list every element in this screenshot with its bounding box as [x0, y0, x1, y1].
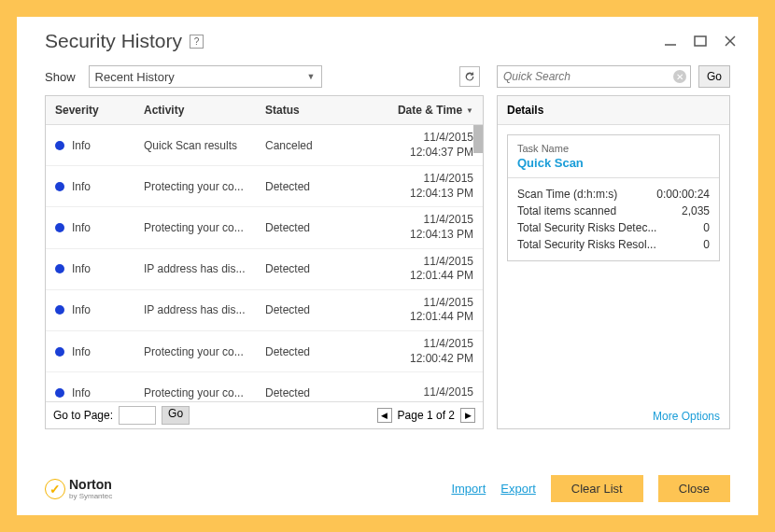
goto-page-button[interactable]: Go — [162, 406, 190, 425]
status-value: Detected — [265, 221, 345, 234]
clear-search-icon[interactable]: ✕ — [673, 70, 686, 83]
datetime-value: 11/4/201512:01:44 PM — [345, 255, 473, 284]
table-row[interactable]: InfoProtecting your co...Detected11/4/20… — [46, 372, 483, 401]
datetime-value: 11/4/2015 — [345, 385, 473, 400]
norton-checkmark-icon: ✓ — [45, 479, 65, 499]
task-name-label: Task Name — [517, 143, 710, 154]
footer: ✓ Norton by Symantec Import Export Clear… — [17, 466, 758, 515]
datetime-value: 11/4/201512:04:13 PM — [345, 172, 473, 201]
status-value: Detected — [265, 303, 345, 316]
goto-page-input[interactable] — [119, 406, 156, 425]
severity-value: Info — [72, 180, 91, 193]
stat-label: Total Security Risks Detec... — [517, 221, 656, 234]
details-panel: Details Task Name Quick Scan Scan Time (… — [497, 95, 730, 429]
activity-value: Quick Scan results — [144, 139, 265, 152]
table-row[interactable]: InfoIP address has dis...Detected11/4/20… — [46, 249, 483, 290]
severity-value: Info — [72, 386, 91, 399]
status-value: Detected — [265, 386, 345, 399]
maximize-button[interactable] — [691, 32, 710, 50]
datetime-value: 11/4/201512:01:44 PM — [345, 296, 473, 325]
severity-value: Info — [72, 303, 91, 316]
activity-value: Protecting your co... — [144, 345, 265, 358]
stat-label: Total Security Risks Resol... — [517, 238, 656, 251]
info-icon — [55, 347, 64, 357]
show-label: Show — [45, 70, 76, 84]
next-page-button[interactable]: ▶ — [460, 408, 475, 423]
info-icon — [55, 223, 64, 232]
info-icon — [55, 141, 64, 150]
info-icon — [55, 388, 64, 398]
import-link[interactable]: Import — [451, 482, 486, 496]
goto-page-label: Go to Page: — [53, 409, 113, 422]
dropdown-value: Recent History — [95, 70, 175, 84]
more-options-link[interactable]: More Options — [498, 404, 729, 428]
stat-value: 0 — [703, 221, 710, 234]
col-status[interactable]: Status — [265, 104, 345, 117]
history-table: Severity Activity Status Date & Time▼ In… — [45, 95, 484, 429]
severity-value: Info — [72, 221, 91, 234]
brand-sub: by Symantec — [69, 492, 112, 500]
status-value: Canceled — [265, 139, 345, 152]
datetime-value: 11/4/201512:04:13 PM — [345, 213, 473, 242]
page-title: Security History — [45, 30, 182, 52]
close-button[interactable]: Close — [658, 475, 730, 502]
table-header: Severity Activity Status Date & Time▼ — [46, 96, 483, 125]
clear-list-button[interactable]: Clear List — [551, 475, 643, 502]
help-icon[interactable]: ? — [190, 35, 204, 49]
refresh-icon — [463, 70, 476, 83]
severity-value: Info — [72, 139, 91, 152]
pager: Go to Page: Go ◀ Page 1 of 2 ▶ — [46, 401, 483, 428]
table-row[interactable]: InfoIP address has dis...Detected11/4/20… — [46, 290, 483, 331]
status-value: Detected — [265, 262, 345, 275]
stat-value: 0:00:00:24 — [656, 188, 710, 201]
export-link[interactable]: Export — [500, 482, 536, 496]
security-history-window: Security History ? Show Recent History ▼… — [17, 17, 758, 515]
search-go-button[interactable]: Go — [698, 65, 730, 88]
table-body: InfoQuick Scan resultsCanceled11/4/20151… — [46, 125, 483, 401]
sort-desc-icon: ▼ — [466, 106, 473, 115]
task-name-section: Task Name Quick Scan — [508, 135, 719, 177]
table-row[interactable]: InfoProtecting your co...Detected11/4/20… — [46, 166, 483, 207]
col-activity[interactable]: Activity — [144, 104, 265, 117]
stat-value: 2,035 — [682, 204, 710, 217]
brand-name: Norton — [69, 477, 112, 492]
stat-label: Total items scanned — [517, 204, 616, 217]
pager-nav: ◀ Page 1 of 2 ▶ — [377, 408, 475, 423]
col-datetime[interactable]: Date & Time▼ — [345, 104, 473, 117]
datetime-value: 11/4/201512:04:37 PM — [345, 131, 473, 160]
details-body: Task Name Quick Scan Scan Time (d:h:m:s)… — [498, 125, 729, 404]
activity-value: Protecting your co... — [144, 180, 265, 193]
stat-line: Total Security Risks Resol...0 — [517, 236, 710, 253]
stat-line: Total items scanned2,035 — [517, 203, 710, 219]
stat-label: Scan Time (d:h:m:s) — [517, 188, 617, 201]
scrollbar-thumb[interactable] — [473, 125, 483, 153]
stat-value: 0 — [703, 238, 710, 251]
activity-value: Protecting your co... — [144, 386, 265, 399]
close-window-button[interactable] — [721, 32, 740, 50]
task-name-value: Quick Scan — [517, 156, 710, 170]
activity-value: IP address has dis... — [144, 262, 265, 275]
table-row[interactable]: InfoProtecting your co...Detected11/4/20… — [46, 331, 483, 372]
col-severity[interactable]: Severity — [55, 104, 144, 117]
window-controls — [661, 32, 740, 50]
page-indicator: Page 1 of 2 — [398, 409, 455, 422]
history-filter-dropdown[interactable]: Recent History ▼ — [89, 65, 322, 88]
stat-line: Total Security Risks Detec...0 — [517, 219, 710, 236]
prev-page-button[interactable]: ◀ — [377, 408, 392, 423]
content-area: Severity Activity Status Date & Time▼ In… — [17, 95, 758, 429]
stats-section: Scan Time (d:h:m:s)0:00:00:24Total items… — [508, 177, 719, 260]
minimize-button[interactable] — [661, 32, 680, 50]
info-icon — [55, 182, 64, 191]
details-box: Task Name Quick Scan Scan Time (d:h:m:s)… — [507, 134, 720, 261]
svg-rect-1 — [695, 36, 706, 46]
stat-line: Scan Time (d:h:m:s)0:00:00:24 — [517, 186, 710, 203]
table-row[interactable]: InfoQuick Scan resultsCanceled11/4/20151… — [46, 125, 483, 166]
datetime-value: 11/4/201512:00:42 PM — [345, 337, 473, 366]
details-header: Details — [498, 96, 729, 125]
chevron-down-icon: ▼ — [307, 72, 316, 81]
search-input[interactable] — [503, 70, 673, 83]
search-box[interactable]: ✕ — [497, 65, 691, 88]
refresh-button[interactable] — [459, 66, 480, 87]
status-value: Detected — [265, 180, 345, 193]
table-row[interactable]: InfoProtecting your co...Detected11/4/20… — [46, 207, 483, 248]
